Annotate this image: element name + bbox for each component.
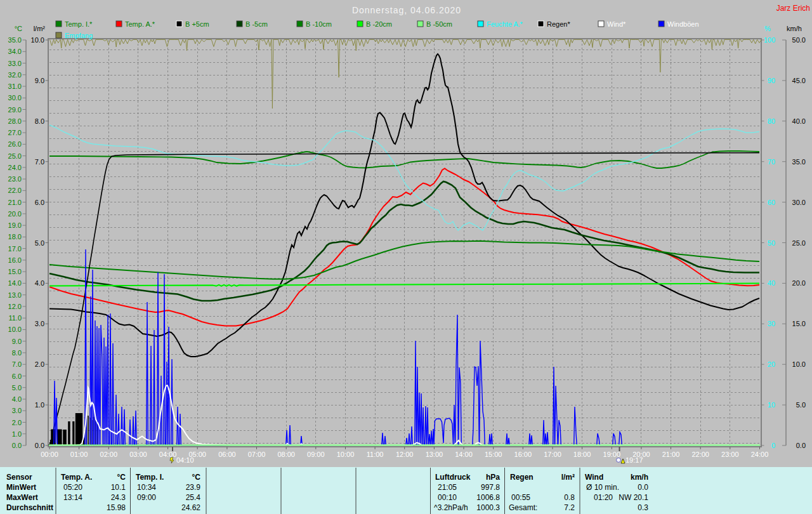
svg-text:^3.2hPa/h: ^3.2hPa/h: [434, 503, 468, 512]
svg-text:4.0: 4.0: [35, 279, 44, 287]
svg-text:06:00: 06:00: [218, 451, 236, 458]
svg-text:Gesamt:: Gesamt:: [509, 503, 537, 512]
svg-text:09:00: 09:00: [137, 493, 156, 502]
svg-text:8.0: 8.0: [35, 117, 44, 125]
svg-text:°C: °C: [117, 473, 126, 482]
svg-text:04:00: 04:00: [159, 451, 177, 458]
svg-text:B +5cm: B +5cm: [185, 20, 209, 28]
svg-text:Temp. I.: Temp. I.: [136, 473, 164, 482]
svg-text:0.0: 0.0: [35, 442, 44, 449]
svg-text:18:00: 18:00: [573, 451, 591, 458]
svg-text:30: 30: [768, 320, 775, 327]
svg-text:20.0: 20.0: [8, 210, 22, 218]
svg-text:1000.3: 1000.3: [476, 503, 500, 512]
svg-text:1.0: 1.0: [12, 430, 22, 438]
svg-text:1.0: 1.0: [35, 401, 44, 409]
svg-text:%: %: [764, 25, 771, 32]
svg-text:Wind: Wind: [585, 473, 603, 482]
svg-text:15.0: 15.0: [792, 320, 806, 327]
svg-text:Temp. A.*: Temp. A.*: [125, 20, 155, 28]
svg-text:9.0: 9.0: [35, 77, 44, 84]
svg-text:70: 70: [768, 158, 775, 166]
svg-text:50: 50: [768, 239, 775, 247]
svg-text:7.2: 7.2: [564, 503, 575, 512]
svg-text:15.0: 15.0: [8, 268, 22, 275]
svg-text:03:00: 03:00: [129, 451, 147, 458]
svg-text:09:00: 09:00: [307, 451, 325, 458]
svg-text:6.0: 6.0: [12, 372, 22, 380]
svg-text:11:00: 11:00: [367, 451, 384, 458]
svg-text:MaxWert: MaxWert: [6, 493, 38, 502]
svg-text:14:00: 14:00: [455, 451, 473, 458]
svg-text:34.0: 34.0: [8, 48, 22, 55]
svg-text:MinWert: MinWert: [6, 483, 36, 492]
svg-text:0: 0: [771, 442, 775, 449]
svg-text:13.0: 13.0: [8, 291, 22, 299]
svg-text:18.0: 18.0: [8, 233, 22, 241]
svg-text:45.0: 45.0: [792, 77, 806, 84]
svg-text:Temp. I.*: Temp. I.*: [65, 20, 93, 28]
svg-text:25.4: 25.4: [186, 493, 201, 502]
svg-text:°C: °C: [192, 473, 201, 482]
svg-text:04:10: 04:10: [176, 456, 194, 464]
svg-text:12:00: 12:00: [396, 451, 414, 458]
svg-text:17:00: 17:00: [544, 451, 561, 458]
svg-text:9.0: 9.0: [12, 338, 22, 345]
svg-text:15:00: 15:00: [485, 451, 502, 458]
svg-text:Durchschnitt: Durchschnitt: [6, 503, 53, 512]
svg-text:40.0: 40.0: [792, 117, 806, 125]
svg-text:Regen: Regen: [510, 473, 534, 482]
svg-text:19:17: 19:17: [625, 456, 643, 464]
svg-text:10:34: 10:34: [137, 483, 156, 492]
svg-text:23.0: 23.0: [8, 175, 22, 183]
svg-text:Feuchte A.*: Feuchte A.*: [487, 20, 523, 28]
svg-text:24:00: 24:00: [751, 451, 769, 458]
svg-text:90: 90: [768, 77, 775, 84]
svg-text:Jarz Erich: Jarz Erich: [776, 4, 810, 13]
svg-text:19:00: 19:00: [603, 451, 621, 458]
svg-text:Donnerstag, 04.06.2020: Donnerstag, 04.06.2020: [352, 5, 461, 15]
svg-text:l/m²: l/m²: [561, 473, 575, 482]
svg-text:12.0: 12.0: [8, 303, 22, 310]
svg-text:0.3: 0.3: [638, 503, 648, 512]
svg-text:5.0: 5.0: [12, 384, 22, 392]
svg-text:21.0: 21.0: [8, 199, 22, 206]
svg-text:17.0: 17.0: [8, 245, 22, 253]
svg-text:8.0: 8.0: [12, 349, 22, 357]
svg-text:13:00: 13:00: [426, 451, 443, 458]
svg-text:24.62: 24.62: [181, 503, 200, 512]
svg-text:07:00: 07:00: [248, 451, 266, 458]
svg-text:B -20cm: B -20cm: [366, 20, 392, 28]
svg-text:21:00: 21:00: [662, 451, 680, 458]
svg-text:21:05: 21:05: [438, 483, 457, 492]
svg-text:20: 20: [768, 360, 775, 368]
svg-text:10: 10: [768, 401, 775, 409]
svg-text:Wind*: Wind*: [607, 20, 626, 28]
svg-text:23:00: 23:00: [721, 451, 739, 458]
svg-text:00:55: 00:55: [511, 493, 530, 502]
svg-text:NW 20.1: NW 20.1: [619, 493, 648, 502]
svg-text:6.0: 6.0: [35, 199, 44, 206]
svg-text:30.0: 30.0: [792, 199, 806, 206]
svg-text:Temp. A.: Temp. A.: [61, 473, 92, 482]
svg-text:01:20: 01:20: [594, 493, 613, 502]
svg-text:Luftdruck: Luftdruck: [435, 473, 471, 482]
svg-text:10.1: 10.1: [111, 483, 126, 492]
svg-text:Ø 10 min.: Ø 10 min.: [586, 483, 619, 492]
svg-text:05:20: 05:20: [63, 483, 82, 492]
svg-text:29.0: 29.0: [8, 106, 22, 114]
svg-text:Windböen: Windböen: [667, 20, 699, 28]
svg-text:24.3: 24.3: [111, 493, 126, 502]
svg-text:14.0: 14.0: [8, 279, 22, 287]
svg-text:08:00: 08:00: [277, 451, 295, 458]
svg-text:24.0: 24.0: [8, 164, 22, 171]
svg-text:B -50cm: B -50cm: [426, 20, 452, 28]
svg-text:4.0: 4.0: [12, 395, 22, 403]
svg-text:22:00: 22:00: [691, 451, 709, 458]
svg-text:1006.8: 1006.8: [476, 493, 500, 502]
svg-text:25.0: 25.0: [792, 239, 806, 247]
svg-text:25.0: 25.0: [8, 152, 22, 160]
svg-text:10:00: 10:00: [337, 451, 355, 458]
svg-text:40: 40: [768, 279, 775, 287]
svg-text:2.0: 2.0: [12, 419, 22, 426]
